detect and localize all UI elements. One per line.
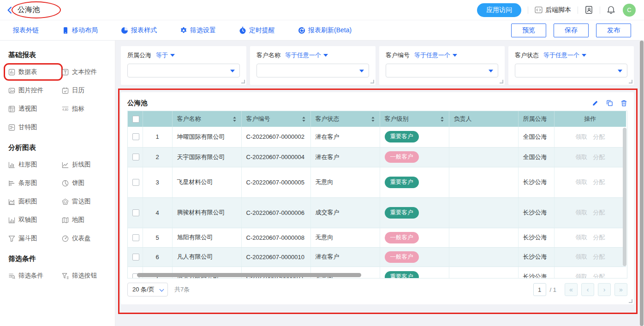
sidebar-item-map[interactable]: 地图 xyxy=(62,216,112,224)
sidebar-item-bar-chart[interactable]: 条形图 xyxy=(8,179,58,187)
assign-link[interactable]: 分配 xyxy=(593,208,605,217)
row-checkbox[interactable] xyxy=(132,154,139,160)
sidebar-item-filter-condition[interactable]: 筛选条件 xyxy=(8,272,58,280)
prev-page-button[interactable]: ‹ xyxy=(581,283,594,296)
row-index-cell: 3 xyxy=(143,167,172,197)
sidebar-item-calendar[interactable]: 日历 xyxy=(62,86,112,95)
next-page-button[interactable]: › xyxy=(598,283,611,296)
sidebar-item-filter-button[interactable]: 筛选按钮 xyxy=(62,272,112,280)
table-vertical-scrollbar[interactable] xyxy=(623,128,626,266)
toolbar-item-label: 定时提醒 xyxy=(249,26,275,35)
sidebar-item-label: 雷达图 xyxy=(72,197,91,206)
sidebar-item-area-chart[interactable]: 面积图 xyxy=(8,197,58,206)
sort-icon[interactable] xyxy=(233,116,237,122)
row-checkbox[interactable] xyxy=(132,179,139,186)
toolbar-item-report-style[interactable]: 报表样式 xyxy=(121,26,157,35)
publish-button[interactable]: 发布 xyxy=(596,24,631,37)
resize-handle[interactable] xyxy=(500,80,503,83)
toolbar-item-report-link[interactable]: 报表外链 xyxy=(13,26,39,35)
sidebar-item-radar-chart[interactable]: 雷达图 xyxy=(62,197,112,206)
assign-link[interactable]: 分配 xyxy=(593,153,605,161)
toolbar-item-report-refresh[interactable]: 报表刷新(Beta) xyxy=(298,26,352,35)
row-checkbox[interactable] xyxy=(132,254,139,261)
column-header-status[interactable]: 客户状态 xyxy=(310,111,380,127)
assign-link[interactable]: 分配 xyxy=(593,133,605,141)
backend-script-button[interactable]: 后端脚本 xyxy=(535,6,571,14)
resize-handle[interactable] xyxy=(629,299,632,303)
customer-status-cell: 潜在客户 xyxy=(310,247,380,267)
page-size-select[interactable]: 20 条/页 xyxy=(127,283,168,296)
table-horizontal-scrollbar[interactable] xyxy=(137,273,361,277)
delete-icon[interactable] xyxy=(620,100,627,107)
assign-link[interactable]: 分配 xyxy=(593,233,605,242)
claim-link[interactable]: 领取 xyxy=(575,178,587,186)
resize-handle[interactable] xyxy=(629,80,632,83)
preview-button[interactable]: 预览 xyxy=(511,24,546,37)
filter-value-select[interactable] xyxy=(256,64,369,77)
filter-value-select[interactable] xyxy=(386,64,498,77)
data-table-widget[interactable]: 公海池 客户名称客户编号客户状态客户级别负责人所属公海操作 1坤曜国际有限公司C… xyxy=(121,92,634,304)
window-scrollbar-thumb[interactable] xyxy=(640,41,644,326)
app-access-button[interactable]: 应用访问 xyxy=(477,3,521,17)
sidebar-item-label: 图片控件 xyxy=(18,86,43,95)
sidebar-item-metric[interactable]: 4,80指标 xyxy=(62,105,112,113)
sort-icon[interactable] xyxy=(371,116,375,122)
resize-handle[interactable] xyxy=(370,80,374,83)
assign-link[interactable]: 分配 xyxy=(593,178,605,186)
avatar[interactable]: C xyxy=(623,4,636,17)
sidebar-item-pie-chart[interactable]: 饼图 xyxy=(62,179,112,187)
filter-card-code: 客户编号等于任意一个 xyxy=(379,46,505,85)
save-button[interactable]: 保存 xyxy=(554,24,589,37)
sidebar-item-line-chart[interactable]: 折线图 xyxy=(62,160,112,169)
header-index-cell xyxy=(143,111,172,127)
sidebar-item-gauge[interactable]: 仪表盘 xyxy=(62,234,112,243)
sort-icon[interactable] xyxy=(302,116,306,122)
claim-link[interactable]: 领取 xyxy=(575,273,587,278)
filter-operator-dropdown[interactable]: 等于任意一个 xyxy=(414,51,457,59)
claim-link[interactable]: 领取 xyxy=(575,208,587,217)
topbar-actions: 应用访问 后端脚本 C xyxy=(477,3,636,17)
sort-icon[interactable] xyxy=(440,116,444,122)
column-header-level[interactable]: 客户级别 xyxy=(380,111,449,127)
sidebar-item-gantt[interactable]: 甘特图 xyxy=(8,123,58,131)
sidebar-item-funnel[interactable]: 漏斗图 xyxy=(8,234,58,243)
claim-link[interactable]: 领取 xyxy=(575,153,587,161)
edit-icon[interactable] xyxy=(592,100,599,107)
assign-link[interactable]: 分配 xyxy=(593,273,605,278)
sidebar-item-data-table[interactable]: 数据表 xyxy=(8,68,58,76)
row-checkbox[interactable] xyxy=(132,234,139,241)
copy-icon[interactable] xyxy=(606,100,613,107)
claim-link[interactable]: 领取 xyxy=(575,233,587,242)
page-number-input[interactable] xyxy=(533,283,546,296)
row-checkbox[interactable] xyxy=(132,209,139,216)
claim-link[interactable]: 领取 xyxy=(575,133,587,141)
sidebar-item-column-chart[interactable]: 柱形图 xyxy=(8,160,58,169)
filter-value-select[interactable] xyxy=(515,64,627,77)
claim-link[interactable]: 领取 xyxy=(575,253,587,261)
toolbar-item-timed-reminder[interactable]: 定时提醒 xyxy=(239,26,275,35)
row-checkbox[interactable] xyxy=(132,133,139,140)
contacts-icon[interactable] xyxy=(584,6,593,14)
column-header-name[interactable]: 客户名称 xyxy=(172,111,241,127)
assign-link[interactable]: 分配 xyxy=(593,253,605,261)
select-all-checkbox[interactable] xyxy=(132,116,139,123)
sidebar-item-text-widget[interactable]: 文本控件 xyxy=(62,68,112,76)
filter-operator-dropdown[interactable]: 等于任意一个 xyxy=(285,51,328,59)
column-header-code[interactable]: 客户编号 xyxy=(241,111,310,127)
sidebar-item-image-widget[interactable]: 图片控件 xyxy=(8,86,58,95)
last-page-button[interactable]: » xyxy=(614,283,627,296)
chevron-down-icon xyxy=(230,70,235,72)
filter-value-select[interactable] xyxy=(127,64,240,77)
first-page-button[interactable]: « xyxy=(565,283,578,296)
resize-handle[interactable] xyxy=(241,80,245,83)
back-icon[interactable] xyxy=(6,5,16,15)
sidebar-item-dual-axis[interactable]: 双轴图 xyxy=(8,216,58,224)
chevron-down-icon xyxy=(618,70,622,72)
sidebar-item-pivot[interactable]: 透视图 xyxy=(8,105,58,113)
toolbar-item-filter-config[interactable]: 筛选设置 xyxy=(180,26,216,35)
gauge-icon xyxy=(62,235,69,242)
filter-operator-dropdown[interactable]: 等于任意一个 xyxy=(543,51,586,59)
toolbar-item-mobile-layout[interactable]: 移动布局 xyxy=(62,26,98,35)
filter-operator-dropdown[interactable]: 等于 xyxy=(156,51,175,59)
bell-icon[interactable] xyxy=(607,6,615,14)
